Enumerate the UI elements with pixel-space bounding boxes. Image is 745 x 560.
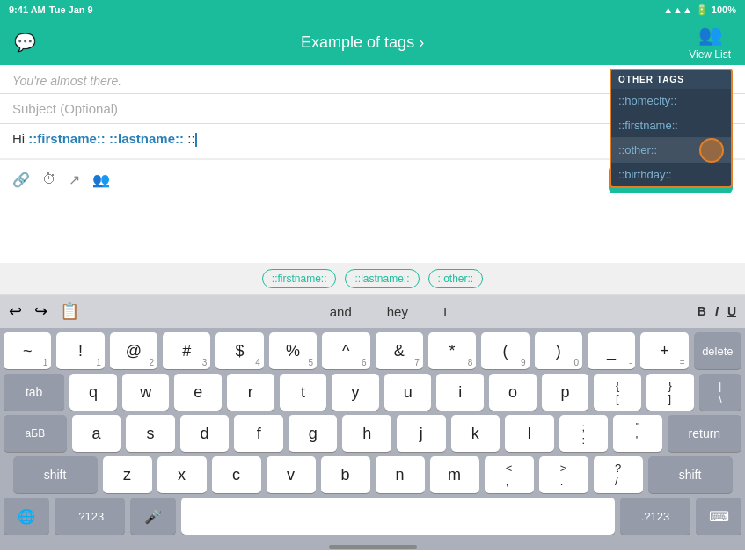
bottom-row: 🌐 .?123 🎤 .?123 ⌨ — [0, 493, 745, 542]
key-l[interactable]: l — [505, 415, 554, 452]
tag-chip-firstname[interactable]: ::firstname:: — [262, 269, 337, 288]
key-at[interactable]: @2 — [110, 332, 157, 369]
key-lbrace[interactable]: {[ — [594, 374, 641, 411]
tag-item-birthday[interactable]: ::birthday:: — [611, 163, 731, 186]
key-v[interactable]: v — [267, 456, 316, 493]
key-dollar[interactable]: $4 — [215, 332, 263, 369]
share-icon[interactable]: ↗ — [69, 171, 80, 188]
key-percent[interactable]: %5 — [269, 332, 317, 369]
tag-lastname: ::lastname:: — [109, 131, 184, 146]
emoji-key[interactable]: 🌐 — [4, 498, 49, 535]
key-excl[interactable]: !1 — [56, 332, 104, 369]
paste-icon[interactable]: 📋 — [60, 302, 79, 321]
text-cursor — [195, 133, 197, 147]
dotq123-key[interactable]: .?123 — [55, 498, 125, 535]
key-lparen[interactable]: (9 — [481, 332, 529, 369]
tag-item-homecity[interactable]: ::homecity:: — [611, 89, 731, 113]
bold-button[interactable]: B — [698, 304, 706, 318]
tag-chip-other[interactable]: ::other:: — [428, 269, 484, 288]
key-period[interactable]: >. — [539, 456, 588, 493]
key-a[interactable]: a — [72, 415, 121, 452]
key-tilde[interactable]: ~1 — [4, 332, 51, 369]
undo-icon[interactable]: ↩ — [9, 302, 22, 321]
key-t[interactable]: t — [280, 374, 327, 411]
asdf-row: аБВ a s d f g h j k l ;: "' return — [0, 411, 745, 452]
timer-icon[interactable]: ⏱ — [42, 171, 56, 187]
key-b[interactable]: b — [321, 456, 370, 493]
status-bar: 9:41 AM Tue Jan 9 ▲▲▲ 🔋 100% — [0, 0, 745, 19]
key-abv[interactable]: аБВ — [4, 415, 67, 452]
key-z[interactable]: z — [103, 456, 152, 493]
key-y[interactable]: y — [332, 374, 379, 411]
key-c[interactable]: c — [212, 456, 261, 493]
circle-indicator — [699, 138, 724, 163]
space-key[interactable] — [181, 498, 615, 535]
tag-item-other[interactable]: ::other:: — [611, 138, 731, 163]
shift-left-key[interactable]: shift — [13, 456, 98, 493]
italic-button[interactable]: I — [715, 304, 719, 318]
home-indicator — [329, 545, 417, 549]
key-k[interactable]: k — [451, 415, 500, 452]
key-h[interactable]: h — [342, 415, 391, 452]
toolbar-icons: 🔗 ⏱ ↗ 👥 — [12, 171, 110, 188]
key-underscore[interactable]: _- — [588, 332, 635, 369]
key-x[interactable]: x — [157, 456, 207, 493]
key-i[interactable]: i — [436, 374, 484, 411]
key-d[interactable]: d — [180, 415, 230, 452]
tag-item-firstname[interactable]: ::firstname:: — [611, 113, 731, 138]
key-rparen[interactable]: )0 — [535, 332, 582, 369]
key-caret[interactable]: ^6 — [322, 332, 369, 369]
key-semicolon[interactable]: ;: — [559, 415, 609, 452]
tag-chip-lastname[interactable]: ::lastname:: — [345, 269, 419, 288]
back-button[interactable]: 💬 — [14, 31, 36, 54]
view-list-icon: 👥 — [698, 24, 722, 47]
key-quote[interactable]: "' — [613, 415, 662, 452]
key-o[interactable]: o — [489, 374, 537, 411]
shift-right-key[interactable]: shift — [648, 456, 733, 493]
view-list-label: View List — [689, 48, 731, 61]
key-slash[interactable]: ?/ — [594, 456, 643, 493]
key-n[interactable]: n — [376, 456, 425, 493]
key-rbrace[interactable]: }] — [646, 374, 694, 411]
underline-button[interactable]: U — [727, 304, 736, 318]
back-icon: 💬 — [14, 33, 36, 52]
group-icon[interactable]: 👥 — [92, 171, 110, 188]
key-g[interactable]: g — [289, 415, 338, 452]
key-q[interactable]: q — [69, 374, 117, 411]
link-icon[interactable]: 🔗 — [12, 171, 30, 188]
key-comma[interactable]: <, — [485, 456, 534, 493]
dotq123-right-key[interactable]: .?123 — [620, 498, 690, 535]
key-u[interactable]: u — [384, 374, 432, 411]
key-p[interactable]: p — [542, 374, 589, 411]
keyboard: ~1 !1 @2 #3 $4 %5 ^6 &7 *8 (9 )0 _- += d… — [0, 328, 745, 550]
delete-key[interactable]: delete — [694, 332, 741, 369]
autocorrect-word-3[interactable]: I — [443, 304, 447, 319]
status-right: ▲▲▲ 🔋 100% — [663, 4, 736, 16]
key-hash[interactable]: #3 — [163, 332, 210, 369]
key-w[interactable]: w — [122, 374, 170, 411]
key-m[interactable]: m — [430, 456, 479, 493]
key-r[interactable]: r — [227, 374, 274, 411]
return-key[interactable]: return — [668, 415, 741, 452]
wifi-icon: ▲▲▲ — [663, 4, 692, 15]
redo-icon[interactable]: ↪ — [34, 302, 47, 321]
key-amp[interactable]: &7 — [376, 332, 423, 369]
key-pipe[interactable]: |\ — [699, 374, 741, 411]
key-tab[interactable]: tab — [4, 374, 64, 411]
other-tags-panel: OTHER TAGS ::homecity:: ::firstname:: ::… — [610, 69, 733, 188]
key-s[interactable]: s — [126, 415, 175, 452]
autocorrect-word-1[interactable]: and — [330, 304, 352, 319]
view-list-button[interactable]: 👥 View List — [689, 24, 731, 61]
status-date: Tue Jan 9 — [49, 4, 93, 15]
mic-key[interactable]: 🎤 — [130, 498, 176, 535]
key-star[interactable]: *8 — [428, 332, 476, 369]
keyboard-key[interactable]: ⌨ — [696, 498, 741, 535]
home-indicator-bar — [0, 542, 745, 550]
autocorrect-word-2[interactable]: hey — [387, 304, 408, 319]
key-j[interactable]: j — [397, 415, 446, 452]
subject-placeholder: Subject (Optional) — [12, 101, 118, 116]
autocorrect-left: ↩ ↪ 📋 — [9, 302, 79, 321]
key-f[interactable]: f — [234, 415, 283, 452]
key-e[interactable]: e — [174, 374, 222, 411]
key-plus[interactable]: += — [640, 332, 688, 369]
